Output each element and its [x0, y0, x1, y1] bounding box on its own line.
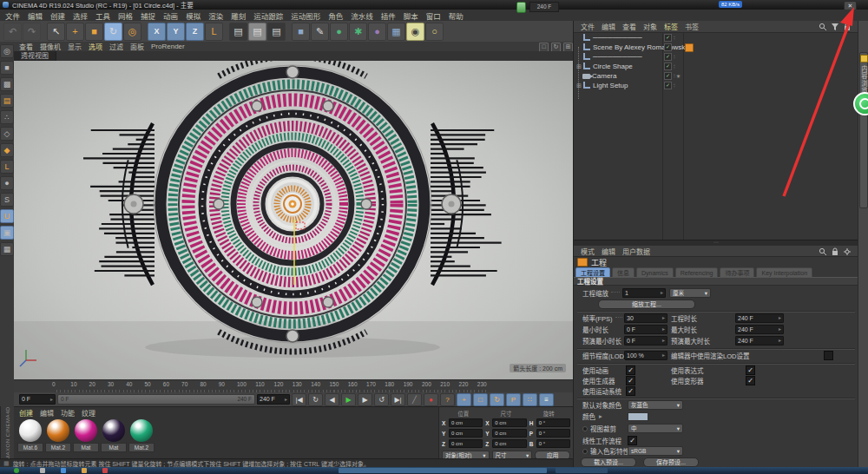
menu-item[interactable]: 选择 [73, 10, 88, 21]
transport-button[interactable]: ↻ [308, 393, 323, 406]
object-row[interactable]: ⊞ Light Setup ✓ ∶ [574, 81, 858, 90]
toolbar-icon[interactable]: ▤ [248, 23, 266, 41]
toolbar-icon[interactable]: + [66, 23, 84, 41]
taskbar-icon[interactable] [102, 468, 108, 473]
position-z-field[interactable]: 0 cm [449, 439, 483, 448]
toolbar-icon[interactable]: ▤ [229, 23, 247, 41]
material-name[interactable]: Mat.2 [128, 443, 155, 452]
preview-range-slider[interactable]: 0 F 240 F [57, 394, 255, 405]
menu-item[interactable]: 雕刻 [231, 10, 246, 21]
transport-button[interactable]: □ [473, 393, 488, 406]
viewport-menu-item[interactable]: 显示 [68, 42, 82, 51]
am-menu-item[interactable]: 编辑 [602, 247, 615, 256]
preview-max-field[interactable]: 240 F▸ [735, 336, 784, 346]
menu-item[interactable]: 窗口 [426, 10, 441, 21]
toolbar-icon[interactable] [286, 23, 291, 40]
toolbar-icon[interactable]: ■ [292, 23, 310, 41]
toolbar-icon[interactable]: ◎ [123, 23, 141, 41]
scale-project-button[interactable]: 缩放工程... [598, 300, 695, 309]
layer-toggle-icon[interactable]: ✓ [664, 82, 672, 89]
object-row[interactable]: ────────── ✓ ∶ [574, 52, 858, 62]
material-name[interactable]: Mat.2 [45, 443, 71, 452]
palette-icon[interactable]: L [0, 160, 14, 174]
position-x-field[interactable]: 0 cm [449, 418, 483, 427]
toolbar-icon[interactable] [224, 23, 228, 40]
transport-button[interactable]: ▶ [341, 393, 356, 406]
am-menu-item[interactable]: 模式 [581, 247, 595, 256]
size-x-field[interactable]: 0 cm [492, 418, 526, 427]
layer-toggle-icon[interactable]: ✓ [664, 72, 672, 80]
material-thumbnail[interactable]: Mat.2 [128, 419, 155, 452]
viewport-menu-item[interactable]: ProRender [151, 43, 185, 50]
palette-icon[interactable]: ▣ [0, 226, 14, 240]
rotation-h-field[interactable]: 0 ° [536, 418, 570, 427]
layer-toggle-icon[interactable]: ✓ [664, 63, 672, 70]
toolbar-icon[interactable]: ● [368, 23, 386, 41]
toolbar-icon[interactable]: Y [167, 23, 185, 41]
menu-item[interactable]: 运动图形 [291, 10, 320, 21]
rotation-p-field[interactable]: 0 ° [536, 429, 570, 438]
taskbar-window-button[interactable] [556, 468, 608, 473]
input-color-profile-dropdown[interactable]: sRGB▾ [628, 446, 683, 456]
toolbar-icon[interactable]: ● [330, 23, 348, 41]
perspective-view-tab[interactable]: 透视视图 [14, 51, 56, 61]
object-name[interactable]: ────────── [593, 34, 642, 42]
om-menu-item[interactable]: 书签 [685, 22, 699, 31]
lock-icon[interactable] [843, 23, 852, 31]
menu-item[interactable]: 流水线 [351, 10, 373, 21]
transport-button[interactable]: ∷ [523, 393, 537, 406]
toolbar-icon[interactable]: ◉ [406, 23, 424, 41]
use-mot ion-system-checkbox[interactable]: ✓ [626, 386, 635, 396]
transport-button[interactable]: ↺ [374, 393, 389, 406]
windows-taskbar[interactable] [0, 467, 868, 474]
toolbar-icon[interactable]: ■ [85, 23, 103, 41]
om-menu-item[interactable]: 文件 [581, 22, 595, 31]
transport-button[interactable]: ▶ [358, 393, 372, 406]
palette-icon[interactable]: ▦ [0, 242, 14, 256]
menu-item[interactable]: 模拟 [186, 10, 201, 21]
transport-button[interactable]: ╱ [407, 393, 422, 406]
palette-icon[interactable]: ◎ [0, 44, 14, 58]
layer-toggle-icon[interactable]: ✓ [664, 43, 672, 51]
visibility-dots-icon[interactable]: ∶ [674, 44, 675, 51]
object-name[interactable]: Circle Shape [593, 63, 633, 70]
viewport-menu-item[interactable]: 选项 [89, 42, 102, 51]
gear-icon[interactable] [843, 247, 852, 256]
annotation-tag-icon[interactable] [685, 43, 694, 52]
layer-toggle-icon[interactable]: ✓ [664, 34, 672, 42]
project-length-field[interactable]: 240 F▸ [735, 313, 784, 323]
menu-item[interactable]: 捕捉 [141, 10, 155, 21]
om-menu-item[interactable]: 对象 [643, 22, 657, 31]
material-thumbnail[interactable]: Mat [73, 419, 99, 452]
visibility-dots-icon[interactable]: ∶ [674, 63, 675, 70]
toolbar-icon[interactable]: Z [186, 23, 204, 41]
start-button[interactable] [14, 468, 19, 473]
material-thumbnail[interactable]: Mat [101, 419, 127, 452]
toolbar-icon[interactable] [42, 23, 46, 40]
menu-item[interactable]: 文件 [5, 10, 20, 21]
material-menu-item[interactable]: 功能 [61, 408, 75, 418]
transport-button[interactable]: ▶| [391, 393, 405, 406]
expand-icon[interactable]: ⊞ [575, 82, 582, 89]
transport-button[interactable]: |◀ [292, 393, 306, 406]
position-y-field[interactable]: 0 cm [449, 429, 483, 438]
use-animation-checkbox[interactable]: ✓ [626, 365, 635, 375]
material-menu-item[interactable]: 创建 [19, 408, 33, 418]
menu-item[interactable]: 动画 [163, 10, 178, 21]
palette-icon[interactable]: ■ [0, 61, 14, 75]
scale-unit-dropdown[interactable]: 厘米▾ [669, 288, 711, 298]
render-lod-checkbox[interactable] [824, 351, 833, 360]
visibility-dots-icon[interactable]: ∶ [674, 35, 675, 42]
palette-icon[interactable]: U [0, 209, 14, 223]
toolbar-icon[interactable]: ↻ [104, 23, 122, 41]
material-name[interactable]: Mat.6 [17, 443, 43, 452]
palette-icon[interactable]: ● [0, 176, 14, 190]
taskbar-window-button[interactable] [339, 468, 547, 473]
viewport-menu-item[interactable]: 查看 [19, 42, 33, 51]
menu-item[interactable]: 脚本 [404, 10, 418, 21]
palette-icon[interactable]: ▩ [0, 77, 14, 91]
end-frame-field[interactable]: 240 F▸ [257, 394, 290, 405]
toolbar-icon[interactable]: ↖ [47, 23, 65, 41]
transport-button[interactable]: ≡ [539, 393, 554, 406]
menu-item[interactable]: 角色 [328, 10, 343, 21]
